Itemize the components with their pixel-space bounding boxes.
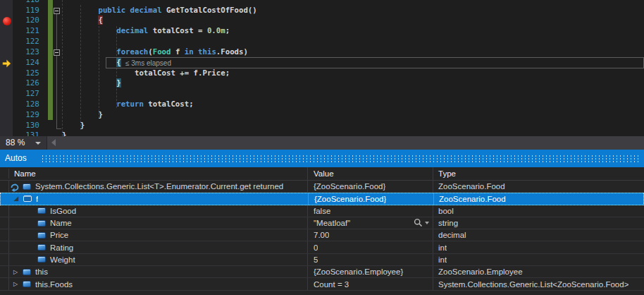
- tree-divider: [8, 266, 9, 277]
- tree-divider: [8, 181, 9, 192]
- variable-value: {ZooScenario.Food}: [314, 182, 385, 191]
- code-text: [62, 78, 116, 88]
- code-line[interactable]: }: [62, 78, 121, 89]
- autos-rows: System.Collections.Generic.List<T>.Enume…: [0, 181, 644, 291]
- tree-divider: [8, 205, 9, 217]
- value-cell: false: [308, 205, 433, 217]
- code-line[interactable]: foreach(Food f in this.Foods): [62, 47, 248, 58]
- title-drag-texture: [41, 155, 641, 162]
- code-line[interactable]: decimal totalCost = 0.0m;: [62, 26, 230, 37]
- code-text: totalCost =: [148, 26, 207, 35]
- editor-bottom-bar: 88 %: [0, 136, 644, 150]
- type-cell: int: [433, 254, 644, 265]
- code-line[interactable]: {: [62, 58, 121, 68]
- code-text: [62, 16, 98, 25]
- current-statement-box: [106, 57, 644, 68]
- autos-row[interactable]: Weight5int: [0, 254, 644, 266]
- autos-row[interactable]: ▷this{ZooScenario.Employee}ZooScenario.E…: [0, 266, 644, 278]
- code-line[interactable]: }: [62, 121, 85, 131]
- code-text: public: [98, 6, 125, 15]
- autos-row[interactable]: ▷this.FoodsCount = 3System.Collections.G…: [0, 278, 644, 290]
- code-line[interactable]: return totalCost;: [62, 100, 194, 110]
- code-line[interactable]: totalCost += f.Price;: [62, 68, 230, 79]
- code-line[interactable]: {: [62, 16, 103, 26]
- variable-value: false: [314, 207, 330, 215]
- field-icon: [37, 244, 46, 251]
- code-text: }: [62, 110, 103, 119]
- indent-spacer: [0, 247, 37, 248]
- variable-name: Rating: [50, 243, 73, 252]
- value-tools: [414, 218, 433, 229]
- column-header-name[interactable]: Name: [0, 167, 308, 180]
- autos-row[interactable]: IsGoodfalsebool: [0, 205, 644, 217]
- autos-row[interactable]: Price7.00decimal: [0, 229, 644, 241]
- line-number: 121: [13, 26, 39, 37]
- current-statement-arrow-icon: [2, 59, 11, 68]
- variable-value: 0: [314, 243, 318, 252]
- horizontal-scrollbar[interactable]: [47, 136, 644, 150]
- code-text: Food: [153, 47, 171, 56]
- expand-icon[interactable]: ▷: [8, 278, 23, 289]
- scroll-left-icon[interactable]: [51, 139, 56, 146]
- autos-title-bar[interactable]: Autos: [0, 150, 644, 167]
- code-line[interactable]: public decimal GetTotalCostOfFood(): [62, 6, 257, 16]
- code-text: totalCost += f.Price;: [62, 68, 230, 78]
- collapse-toggle-icon[interactable]: [54, 8, 60, 14]
- line-number: 123: [13, 47, 39, 58]
- column-header-type[interactable]: Type: [433, 167, 644, 180]
- collapse-icon[interactable]: ◢: [9, 193, 23, 204]
- code-line[interactable]: }: [62, 131, 66, 136]
- tree-divider: [8, 229, 9, 241]
- variable-name: Name: [50, 219, 72, 227]
- value-cell: {ZooScenario.Employee}: [308, 266, 433, 277]
- indent-spacer: [0, 272, 8, 272]
- code-text: [62, 6, 98, 15]
- variable-name: Price: [50, 231, 68, 239]
- variable-type: ZooScenario.Food: [439, 195, 506, 203]
- dropdown-caret-icon[interactable]: [425, 222, 429, 224]
- code-editor[interactable]: ≤ 3ms elapsed 11811912012112212312412512…: [0, 0, 644, 136]
- code-text: .Foods): [216, 47, 248, 56]
- tree-divider: [8, 254, 9, 265]
- code-text: decimal: [116, 26, 148, 35]
- autos-row[interactable]: System.Collections.Generic.List<T>.Enume…: [0, 181, 644, 193]
- line-number: 125: [13, 68, 39, 79]
- magnifier-icon[interactable]: [414, 218, 423, 229]
- variable-name: Weight: [50, 255, 75, 264]
- code-text: GetTotalCostOfFood(): [162, 6, 257, 15]
- value-cell: 0: [308, 241, 433, 253]
- name-cell: IsGood: [0, 205, 308, 217]
- type-cell: int: [433, 241, 644, 253]
- type-cell: ZooScenario.Employee: [433, 266, 644, 277]
- code-text: [62, 47, 116, 56]
- name-cell: Price: [0, 229, 308, 241]
- tree-divider: [8, 217, 9, 229]
- tree-divider: [8, 278, 9, 289]
- variable-type: ZooScenario.Food: [438, 182, 505, 191]
- autos-row[interactable]: ◢f{ZooScenario.Food}ZooScenario.Food: [0, 193, 644, 205]
- collapse-toggle-icon[interactable]: [54, 49, 60, 56]
- line-number: 124: [13, 58, 39, 68]
- variable-value: "Meatloaf": [314, 219, 350, 227]
- indent-spacer: [0, 284, 8, 284]
- outline-line: [56, 11, 57, 129]
- field-icon: [23, 195, 32, 202]
- name-cell: ▷this: [0, 266, 308, 277]
- zoom-dropdown[interactable]: 88 %: [0, 136, 47, 150]
- autos-row[interactable]: Name"Meatloaf"string: [0, 217, 644, 229]
- code-text: decimal: [130, 6, 162, 15]
- code-text: foreach: [116, 47, 148, 56]
- expand-icon[interactable]: ▷: [8, 266, 23, 277]
- column-header-value[interactable]: Value: [308, 167, 433, 180]
- indent-spacer: [1, 198, 9, 199]
- variable-name: IsGood: [50, 207, 76, 215]
- variable-value: {ZooScenario.Food}: [314, 195, 386, 203]
- field-icon: [37, 256, 46, 263]
- code-line[interactable]: }: [62, 110, 103, 121]
- name-cell: Weight: [0, 254, 308, 265]
- type-cell: ZooScenario.Food: [434, 193, 643, 204]
- indent-spacer: [0, 210, 37, 211]
- tree-divider: [8, 241, 9, 253]
- type-cell: decimal: [433, 229, 644, 241]
- autos-row[interactable]: Rating0int: [0, 241, 644, 253]
